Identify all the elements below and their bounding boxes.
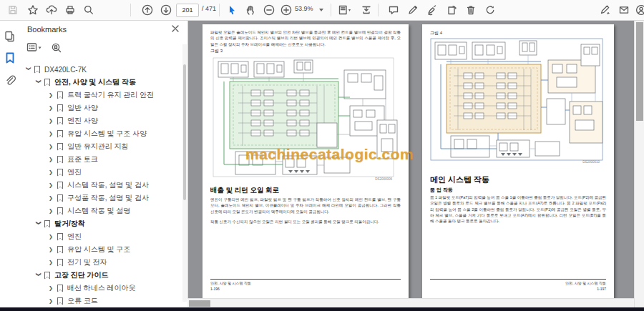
right-page-subheading: 붐 업 작동 xyxy=(430,187,453,194)
rotate-pages-icon[interactable] xyxy=(444,3,459,17)
bookmark-item-12[interactable]: ❯탈거/장착 xyxy=(20,217,182,230)
trash-icon[interactable] xyxy=(464,3,478,17)
bookmark-item-16[interactable]: ❯고장 진단 가이드 xyxy=(20,269,182,282)
bookmark-item-4[interactable]: ❯엔진 사양 xyxy=(20,114,182,127)
vertical-scrollbar[interactable] xyxy=(634,20,644,307)
bookmark-flag-icon xyxy=(57,92,63,99)
bookmark-item-label: 구성품 작동, 설명 및 검사 xyxy=(67,193,149,203)
chevron-right-icon[interactable]: ❯ xyxy=(49,247,56,252)
bookmark-options-icon[interactable] xyxy=(26,41,42,56)
chevron-down-icon[interactable]: ❯ xyxy=(26,66,31,74)
bookmarks-scrollbar[interactable] xyxy=(182,44,187,302)
hydraulic-diagram-right: DS2000010 xyxy=(428,36,608,166)
left-page-body-1: 엔진이 구동되면 메인 펌프, 파일럿 펌프 및 팬 구동 펌프가 작동하여 신… xyxy=(210,197,401,214)
bookmark-item-label: 시스템 작동 및 설명 xyxy=(67,206,130,216)
chevron-right-icon[interactable]: ❯ xyxy=(49,169,56,175)
bookmark-item-3[interactable]: ❯일반 사양 xyxy=(20,102,182,114)
chevron-right-icon[interactable]: ❯ xyxy=(49,234,56,240)
bookmark-flag-icon xyxy=(57,246,63,254)
next-page-icon[interactable] xyxy=(159,3,173,17)
bookmark-item-1[interactable]: ❯안전, 사양 및 시스템 작동 xyxy=(20,76,182,89)
zoom-in-icon[interactable] xyxy=(279,3,293,17)
chevron-right-icon[interactable]: ❯ xyxy=(49,105,56,111)
chevron-right-icon[interactable]: ❯ xyxy=(49,118,56,124)
chevron-right-icon[interactable]: ❯ xyxy=(49,195,56,201)
expand-bookmarks-icon[interactable] xyxy=(50,41,66,56)
pdf-page-left[interactable]: 파일럿 오일은 솔레노이드 체인지 밸브의 안전 차단 밸브를 통과한 후 메인… xyxy=(203,24,409,298)
select-tool-icon[interactable] xyxy=(225,3,239,17)
print-icon[interactable] xyxy=(63,3,77,17)
left-diagram-code: DS2000006 xyxy=(375,177,392,181)
zoom-dropdown-caret[interactable] xyxy=(319,9,323,11)
right-footer-title: 안전, 사양 및 시스템 작동 xyxy=(565,281,606,285)
fit-width-icon[interactable] xyxy=(359,3,374,17)
bookmark-item-10[interactable]: ❯구성품 작동, 설명 및 검사 xyxy=(20,192,182,204)
chevron-down-icon[interactable]: ❯ xyxy=(36,272,42,280)
navigation-rail xyxy=(0,20,21,307)
bookmark-item-2[interactable]: ❯트랙 굴삭기 유지 관리 안전 xyxy=(20,89,182,102)
fit-page-icon[interactable] xyxy=(338,3,352,17)
pdf-page-right[interactable]: 그림 4 xyxy=(422,24,614,298)
page-number-input[interactable]: 201 xyxy=(176,4,199,17)
page-thumbnails-icon[interactable] xyxy=(4,30,16,43)
bookmark-item-17[interactable]: ❯배선 하네스 레이아웃 xyxy=(20,282,182,295)
chevron-right-icon[interactable]: ❯ xyxy=(49,208,56,214)
bookmark-item-13[interactable]: ❯엔진 xyxy=(20,230,182,243)
document-view[interactable]: 파일럿 오일은 솔레노이드 체인지 밸브의 안전 차단 밸브를 통과한 후 메인… xyxy=(187,20,634,307)
horizontal-scrollbar[interactable] xyxy=(187,298,634,308)
pencil-icon[interactable] xyxy=(406,3,420,17)
bookmark-flag-icon xyxy=(57,156,63,164)
hand-tool-icon[interactable] xyxy=(243,3,258,17)
bookmark-item-11[interactable]: ❯시스템 작동 및 설명 xyxy=(20,204,182,217)
close-icon[interactable] xyxy=(170,24,180,34)
page-total-label: / 471 xyxy=(202,5,216,12)
sign-pen-icon[interactable] xyxy=(425,3,439,17)
account-icon[interactable] xyxy=(634,3,644,17)
bookmark-item-6[interactable]: ❯일반 유지관리 지침 xyxy=(20,140,182,153)
email-icon[interactable] xyxy=(617,3,631,17)
zoom-out-icon[interactable] xyxy=(262,3,276,17)
bookmarks-panel-title: Bookmarks xyxy=(27,25,67,34)
vertical-scrollbar-thumb[interactable] xyxy=(636,22,643,121)
bookmark-flag-icon xyxy=(57,104,63,112)
bookmarks-panel-header: Bookmarks xyxy=(20,20,187,39)
chevron-right-icon[interactable]: ❯ xyxy=(49,144,56,149)
chevron-down-icon[interactable]: ❯ xyxy=(36,221,42,228)
bookmark-item-8[interactable]: ❯엔진 xyxy=(20,166,182,179)
right-diagram-code: DS2000010 xyxy=(582,160,600,164)
bookmark-flag-icon xyxy=(44,220,50,228)
bookmark-item-9[interactable]: ❯시스템 작동, 설명 및 검사 xyxy=(20,179,182,192)
chevron-right-icon[interactable]: ❯ xyxy=(49,182,56,188)
attachments-icon[interactable] xyxy=(4,74,16,87)
bookmark-item-18[interactable]: ❯오류 코드 xyxy=(20,295,182,307)
bookmark-item-14[interactable]: ❯유압 시스템 및 구조 xyxy=(20,243,182,256)
fill-and-sign-icon[interactable] xyxy=(598,3,613,17)
cloud-upload-icon[interactable] xyxy=(44,3,59,17)
chevron-right-icon[interactable]: ❯ xyxy=(49,260,56,265)
bookmarks-panel-icon[interactable] xyxy=(4,51,16,64)
chevron-right-icon[interactable]: ❯ xyxy=(49,157,56,162)
bookmarks-scrollbar-thumb[interactable] xyxy=(183,64,186,200)
refresh-icon[interactable] xyxy=(483,3,497,17)
left-footer-page: 1-196 xyxy=(210,287,220,291)
search-icon[interactable] xyxy=(82,3,96,17)
bookmark-item-5[interactable]: ❯유압 시스템 및 구조 사양 xyxy=(20,127,182,140)
save-icon[interactable] xyxy=(6,3,20,17)
previous-page-icon[interactable] xyxy=(140,3,155,17)
bookmark-item-label: 배선 하네스 레이아웃 xyxy=(67,283,136,293)
bookmark-flag-icon xyxy=(44,272,50,280)
chevron-right-icon[interactable]: ❯ xyxy=(49,92,56,98)
comment-icon[interactable] xyxy=(386,3,401,17)
zoom-level-label[interactable]: 53.9% xyxy=(295,5,313,12)
chevron-right-icon[interactable]: ❯ xyxy=(49,131,56,137)
star-icon[interactable] xyxy=(26,3,40,17)
bookmark-item-7[interactable]: ❯표준 토크 xyxy=(20,153,182,166)
bookmark-item-15[interactable]: ❯전기 및 전자 xyxy=(20,256,182,269)
bookmark-flag-icon xyxy=(44,79,50,87)
chevron-right-icon[interactable]: ❯ xyxy=(49,298,56,304)
chevron-down-icon[interactable]: ❯ xyxy=(36,79,42,87)
horizontal-scrollbar-thumb[interactable] xyxy=(189,300,210,307)
left-figure-label: 그림 3 xyxy=(210,48,223,54)
chevron-right-icon[interactable]: ❯ xyxy=(49,285,56,291)
bookmark-item-0[interactable]: ❯DX420LC-7K xyxy=(20,63,182,76)
